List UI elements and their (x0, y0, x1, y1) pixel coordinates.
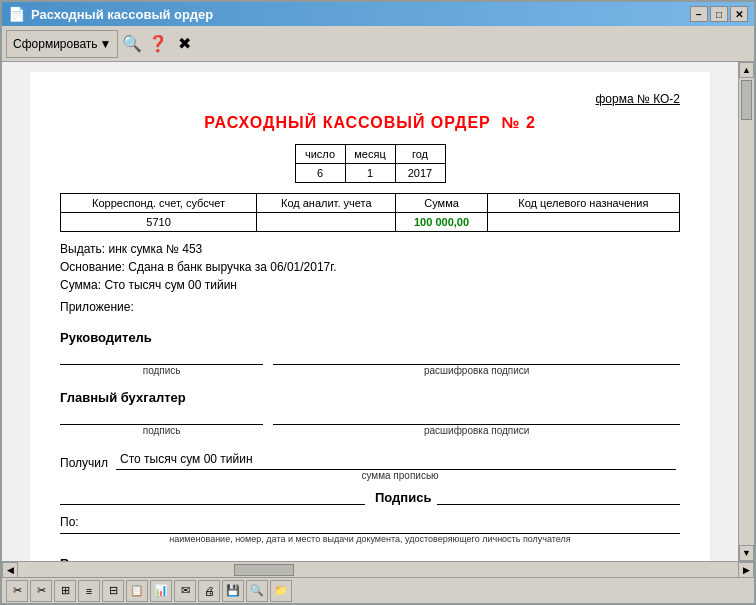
vydal-kassir-block: Выдал кассир подпись расшифровка подписи (60, 556, 680, 561)
poluchil-row: Получил Сто тысяч сум 00 тийин (60, 452, 680, 470)
horizontal-scrollbar[interactable]: ◀ ▶ (2, 561, 754, 577)
vydat-section: Выдать: инк сумка № 453 (60, 242, 680, 256)
form-number: форма № КО-2 (60, 92, 680, 106)
buh-rasshifrovka-col: расшифровка подписи (273, 407, 680, 436)
podpis-right: Подпись (375, 487, 680, 505)
podpis-col: подпись (60, 347, 263, 376)
status-mail-icon[interactable]: ✉ (174, 580, 196, 602)
podpis-left-line (60, 487, 365, 505)
scroll-up-button[interactable]: ▲ (739, 62, 754, 78)
status-save-icon[interactable]: 💾 (222, 580, 244, 602)
status-bar: ✂ ✂ ⊞ ≡ ⊟ 📋 📊 ✉ 🖨 💾 🔍 📁 (2, 577, 754, 603)
osnovanie-section: Основание: Сдана в банк выручка за 06/01… (60, 260, 680, 274)
col4-value (487, 213, 679, 232)
close-icon[interactable]: ✖ (172, 32, 196, 56)
scroll-thumb-v[interactable] (741, 80, 752, 120)
minimize-button[interactable]: − (690, 6, 708, 22)
buh-podpis-line (60, 407, 263, 425)
prilozhenie-label: Приложение: (60, 300, 134, 314)
status-cut2-icon[interactable]: ✂ (30, 580, 52, 602)
vertical-scrollbar[interactable]: ▲ ▼ (738, 62, 754, 561)
gl-buhgalter-label: Главный бухгалтер (60, 390, 680, 405)
status-clipboard-icon[interactable]: 📋 (126, 580, 148, 602)
window-title: Расходный кассовый ордер (31, 7, 690, 22)
summa-propisyu-label: сумма прописью (120, 470, 680, 481)
scroll-left-button[interactable]: ◀ (2, 562, 18, 578)
summa-value: Сто тысяч сум 00 тийин (104, 278, 237, 292)
status-folder-icon[interactable]: 📁 (270, 580, 292, 602)
window-controls: − □ ✕ (690, 6, 748, 22)
main-table: Корреспонд. счет, субсчет Код аналит. уч… (60, 193, 680, 232)
podpis-block: Подпись (60, 487, 680, 505)
help-icon[interactable]: ❓ (146, 32, 170, 56)
title-bar: 📄 Расходный кассовый ордер − □ ✕ (2, 2, 754, 26)
buh-podpis-sublabel: подпись (143, 425, 181, 436)
document: форма № КО-2 РАСХОДНЫЙ КАССОВЫЙ ОРДЕР № … (30, 72, 710, 561)
poluchil-block: Получил Сто тысяч сум 00 тийин сумма про… (60, 452, 680, 481)
rukovoditel-sig-row: подпись расшифровка подписи (60, 347, 680, 376)
buhgalter-sig-row: подпись расшифровка подписи (60, 407, 680, 436)
podpis-right-line (437, 487, 680, 505)
poluchil-label: Получил (60, 456, 108, 470)
date-val-chislo: 6 (295, 164, 345, 183)
main-window: 📄 Расходный кассовый ордер − □ ✕ Сформир… (0, 0, 756, 605)
osnovanie-label: Основание: (60, 260, 125, 274)
search-icon[interactable]: 🔍 (120, 32, 144, 56)
form-button-label: Сформировать (13, 37, 98, 51)
doc-title: РАСХОДНЫЙ КАССОВЫЙ ОРДЕР № 2 (60, 114, 680, 132)
status-print-icon[interactable]: 🖨 (198, 580, 220, 602)
col2-header: Код аналит. учета (257, 194, 396, 213)
buh-podpis-col: подпись (60, 407, 263, 436)
date-col-mesyac: месяц (345, 145, 395, 164)
summa-section: Сумма: Сто тысяч сум 00 тийин (60, 278, 680, 292)
scroll-track-v (739, 78, 754, 545)
col4-header: Код целевого назначения (487, 194, 679, 213)
scroll-down-button[interactable]: ▼ (739, 545, 754, 561)
status-chart-icon[interactable]: 📊 (150, 580, 172, 602)
scroll-right-button[interactable]: ▶ (738, 562, 754, 578)
dropdown-arrow: ▼ (100, 37, 112, 51)
scroll-track-h (18, 562, 738, 578)
vydat-value: инк сумка № 453 (108, 242, 202, 256)
bottom-area: ◀ ▶ ✂ ✂ ⊞ ≡ ⊟ 📋 📊 ✉ 🖨 💾 🔍 📁 (2, 561, 754, 603)
rasshifrovka-sublabel: расшифровка подписи (424, 365, 530, 376)
form-button[interactable]: Сформировать ▼ (6, 30, 118, 58)
date-val-god: 2017 (395, 164, 445, 183)
gl-buhgalter-block: Главный бухгалтер подпись расшифровка по… (60, 390, 680, 436)
close-button[interactable]: ✕ (730, 6, 748, 22)
col3-header: Сумма (396, 194, 487, 213)
poluchil-line: Сто тысяч сум 00 тийин (116, 452, 676, 470)
buh-rasshifrovka-line (273, 407, 680, 425)
col1-header: Корреспонд. счет, субсчет (61, 194, 257, 213)
app-icon: 📄 (8, 6, 25, 22)
status-minus-icon[interactable]: ⊟ (102, 580, 124, 602)
po-label: По: (60, 515, 79, 529)
status-grid-icon[interactable]: ⊞ (54, 580, 76, 602)
scroll-thumb-h[interactable] (234, 564, 294, 576)
po-block: По: наименование, номер, дата и место вы… (60, 515, 680, 544)
document-panel: форма № КО-2 РАСХОДНЫЙ КАССОВЫЙ ОРДЕР № … (2, 62, 738, 561)
col2-value (257, 213, 396, 232)
prilozhenie-section: Приложение: (60, 300, 680, 314)
maximize-button[interactable]: □ (710, 6, 728, 22)
summa-label: Сумма: (60, 278, 101, 292)
status-list-icon[interactable]: ≡ (78, 580, 100, 602)
vydat-label: Выдать: (60, 242, 105, 256)
poluchil-value: Сто тысяч сум 00 тийин (116, 452, 253, 466)
buh-rasshifrovka-sublabel: расшифровка подписи (424, 425, 530, 436)
rasshifrovka-line (273, 347, 680, 365)
podpis-sublabel: подпись (143, 365, 181, 376)
po-sublabel: наименование, номер, дата и место выдачи… (60, 534, 680, 544)
podpis-line (60, 347, 263, 365)
status-cut-icon[interactable]: ✂ (6, 580, 28, 602)
col1-value: 5710 (61, 213, 257, 232)
status-search-icon[interactable]: 🔍 (246, 580, 268, 602)
toolbar: Сформировать ▼ 🔍 ❓ ✖ (2, 26, 754, 62)
date-col-god: год (395, 145, 445, 164)
vydal-kassir-label: Выдал кассир (60, 556, 680, 561)
podpis-bold-label: Подпись (375, 490, 431, 505)
date-table: число месяц год 6 1 2017 (295, 144, 446, 183)
rukovoditel-block: Руководитель подпись расшифровка подписи (60, 330, 680, 376)
osnovanie-value: Сдана в банк выручка за 06/01/2017г. (128, 260, 336, 274)
date-val-mesyac: 1 (345, 164, 395, 183)
